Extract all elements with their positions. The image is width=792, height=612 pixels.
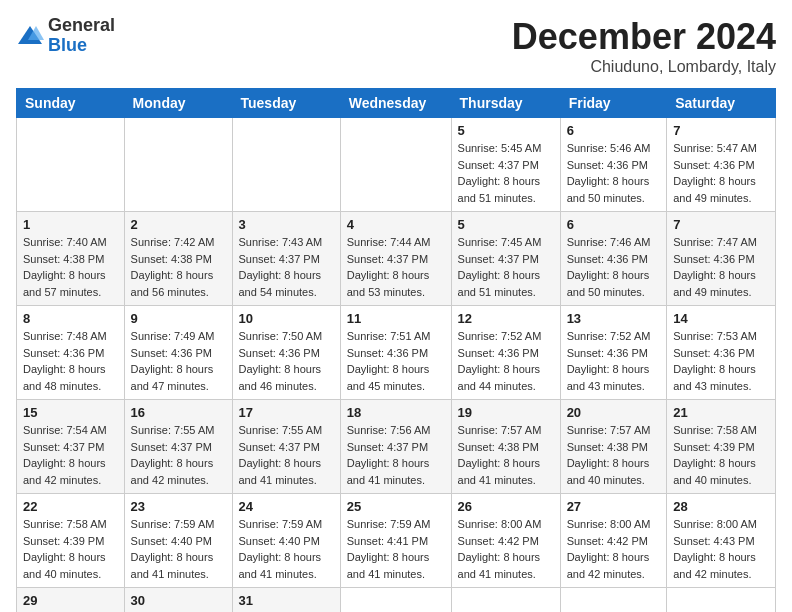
calendar-table: SundayMondayTuesdayWednesdayThursdayFrid… — [16, 88, 776, 612]
calendar-cell: 16 Sunrise: 7:55 AM Sunset: 4:37 PM Dayl… — [124, 400, 232, 494]
day-number: 16 — [131, 405, 226, 420]
calendar-cell: 4 Sunrise: 7:44 AM Sunset: 4:37 PM Dayli… — [340, 212, 451, 306]
calendar-cell: 7 Sunrise: 7:47 AM Sunset: 4:36 PM Dayli… — [667, 212, 776, 306]
day-info: Sunrise: 7:49 AM Sunset: 4:36 PM Dayligh… — [131, 328, 226, 394]
calendar-week-4: 15 Sunrise: 7:54 AM Sunset: 4:37 PM Dayl… — [17, 400, 776, 494]
day-number: 6 — [567, 123, 661, 138]
calendar-week-6: 29 Sunrise: 8:00 AM Sunset: 4:44 PM Dayl… — [17, 588, 776, 613]
day-number: 25 — [347, 499, 445, 514]
calendar-cell — [17, 118, 125, 212]
day-number: 31 — [239, 593, 334, 608]
day-number: 7 — [673, 217, 769, 232]
calendar-cell: 30 Sunrise: 8:01 AM Sunset: 4:45 PM Dayl… — [124, 588, 232, 613]
day-number: 8 — [23, 311, 118, 326]
calendar-cell — [667, 588, 776, 613]
day-info: Sunrise: 7:47 AM Sunset: 4:36 PM Dayligh… — [673, 234, 769, 300]
day-info: Sunrise: 7:48 AM Sunset: 4:36 PM Dayligh… — [23, 328, 118, 394]
day-info: Sunrise: 7:43 AM Sunset: 4:37 PM Dayligh… — [239, 234, 334, 300]
day-number: 10 — [239, 311, 334, 326]
calendar-cell: 12 Sunrise: 7:52 AM Sunset: 4:36 PM Dayl… — [451, 306, 560, 400]
day-number: 3 — [239, 217, 334, 232]
calendar-cell: 22 Sunrise: 7:58 AM Sunset: 4:39 PM Dayl… — [17, 494, 125, 588]
day-info: Sunrise: 7:50 AM Sunset: 4:36 PM Dayligh… — [239, 328, 334, 394]
calendar-week-1: 5 Sunrise: 5:45 AM Sunset: 4:37 PM Dayli… — [17, 118, 776, 212]
day-info: Sunrise: 7:54 AM Sunset: 4:37 PM Dayligh… — [23, 422, 118, 488]
calendar-cell — [340, 118, 451, 212]
calendar-cell: 20 Sunrise: 7:57 AM Sunset: 4:38 PM Dayl… — [560, 400, 667, 494]
day-info: Sunrise: 5:46 AM Sunset: 4:36 PM Dayligh… — [567, 140, 661, 206]
day-info: Sunrise: 7:58 AM Sunset: 4:39 PM Dayligh… — [23, 516, 118, 582]
calendar-cell: 28 Sunrise: 8:00 AM Sunset: 4:43 PM Dayl… — [667, 494, 776, 588]
day-number: 5 — [458, 123, 554, 138]
day-info: Sunrise: 7:44 AM Sunset: 4:37 PM Dayligh… — [347, 234, 445, 300]
calendar-cell — [451, 588, 560, 613]
month-title: December 2024 — [512, 16, 776, 58]
day-info: Sunrise: 7:51 AM Sunset: 4:36 PM Dayligh… — [347, 328, 445, 394]
logo: General Blue — [16, 16, 115, 56]
day-info: Sunrise: 7:59 AM Sunset: 4:40 PM Dayligh… — [239, 516, 334, 582]
title-block: December 2024 Chiuduno, Lombardy, Italy — [512, 16, 776, 76]
page-header: General Blue December 2024 Chiuduno, Lom… — [16, 16, 776, 76]
day-number: 11 — [347, 311, 445, 326]
calendar-cell: 5 Sunrise: 7:45 AM Sunset: 4:37 PM Dayli… — [451, 212, 560, 306]
day-header-saturday: Saturday — [667, 89, 776, 118]
day-number: 22 — [23, 499, 118, 514]
day-number: 27 — [567, 499, 661, 514]
day-number: 19 — [458, 405, 554, 420]
calendar-cell: 3 Sunrise: 7:43 AM Sunset: 4:37 PM Dayli… — [232, 212, 340, 306]
calendar-cell — [124, 118, 232, 212]
day-info: Sunrise: 7:57 AM Sunset: 4:38 PM Dayligh… — [567, 422, 661, 488]
calendar-header-row: SundayMondayTuesdayWednesdayThursdayFrid… — [17, 89, 776, 118]
calendar-cell: 27 Sunrise: 8:00 AM Sunset: 4:42 PM Dayl… — [560, 494, 667, 588]
day-number: 5 — [458, 217, 554, 232]
day-info: Sunrise: 7:55 AM Sunset: 4:37 PM Dayligh… — [239, 422, 334, 488]
day-number: 2 — [131, 217, 226, 232]
calendar-cell: 7 Sunrise: 5:47 AM Sunset: 4:36 PM Dayli… — [667, 118, 776, 212]
day-info: Sunrise: 7:40 AM Sunset: 4:38 PM Dayligh… — [23, 234, 118, 300]
day-info: Sunrise: 7:52 AM Sunset: 4:36 PM Dayligh… — [567, 328, 661, 394]
day-number: 15 — [23, 405, 118, 420]
day-info: Sunrise: 8:00 AM Sunset: 4:42 PM Dayligh… — [458, 516, 554, 582]
day-number: 29 — [23, 593, 118, 608]
calendar-cell: 23 Sunrise: 7:59 AM Sunset: 4:40 PM Dayl… — [124, 494, 232, 588]
day-number: 21 — [673, 405, 769, 420]
day-number: 4 — [347, 217, 445, 232]
calendar-cell: 24 Sunrise: 7:59 AM Sunset: 4:40 PM Dayl… — [232, 494, 340, 588]
calendar-cell — [560, 588, 667, 613]
day-info: Sunrise: 7:45 AM Sunset: 4:37 PM Dayligh… — [458, 234, 554, 300]
logo-blue-text: Blue — [48, 36, 115, 56]
calendar-cell — [232, 118, 340, 212]
calendar-cell: 5 Sunrise: 5:45 AM Sunset: 4:37 PM Dayli… — [451, 118, 560, 212]
day-number: 6 — [567, 217, 661, 232]
day-header-monday: Monday — [124, 89, 232, 118]
day-header-sunday: Sunday — [17, 89, 125, 118]
day-number: 12 — [458, 311, 554, 326]
day-info: Sunrise: 7:59 AM Sunset: 4:40 PM Dayligh… — [131, 516, 226, 582]
location: Chiuduno, Lombardy, Italy — [512, 58, 776, 76]
calendar-cell: 14 Sunrise: 7:53 AM Sunset: 4:36 PM Dayl… — [667, 306, 776, 400]
calendar-cell: 11 Sunrise: 7:51 AM Sunset: 4:36 PM Dayl… — [340, 306, 451, 400]
logo-general-text: General — [48, 16, 115, 36]
calendar-cell: 31 Sunrise: 8:01 AM Sunset: 4:45 PM Dayl… — [232, 588, 340, 613]
calendar-cell: 15 Sunrise: 7:54 AM Sunset: 4:37 PM Dayl… — [17, 400, 125, 494]
day-info: Sunrise: 7:42 AM Sunset: 4:38 PM Dayligh… — [131, 234, 226, 300]
calendar-week-5: 22 Sunrise: 7:58 AM Sunset: 4:39 PM Dayl… — [17, 494, 776, 588]
day-header-thursday: Thursday — [451, 89, 560, 118]
day-number: 17 — [239, 405, 334, 420]
calendar-cell: 8 Sunrise: 7:48 AM Sunset: 4:36 PM Dayli… — [17, 306, 125, 400]
day-info: Sunrise: 7:59 AM Sunset: 4:41 PM Dayligh… — [347, 516, 445, 582]
day-info: Sunrise: 5:45 AM Sunset: 4:37 PM Dayligh… — [458, 140, 554, 206]
day-number: 30 — [131, 593, 226, 608]
day-number: 18 — [347, 405, 445, 420]
day-info: Sunrise: 7:57 AM Sunset: 4:38 PM Dayligh… — [458, 422, 554, 488]
calendar-cell: 13 Sunrise: 7:52 AM Sunset: 4:36 PM Dayl… — [560, 306, 667, 400]
calendar-cell: 2 Sunrise: 7:42 AM Sunset: 4:38 PM Dayli… — [124, 212, 232, 306]
day-number: 28 — [673, 499, 769, 514]
calendar-cell: 19 Sunrise: 7:57 AM Sunset: 4:38 PM Dayl… — [451, 400, 560, 494]
calendar-cell: 26 Sunrise: 8:00 AM Sunset: 4:42 PM Dayl… — [451, 494, 560, 588]
day-info: Sunrise: 7:46 AM Sunset: 4:36 PM Dayligh… — [567, 234, 661, 300]
calendar-week-3: 8 Sunrise: 7:48 AM Sunset: 4:36 PM Dayli… — [17, 306, 776, 400]
calendar-cell: 10 Sunrise: 7:50 AM Sunset: 4:36 PM Dayl… — [232, 306, 340, 400]
calendar-cell: 18 Sunrise: 7:56 AM Sunset: 4:37 PM Dayl… — [340, 400, 451, 494]
day-number: 7 — [673, 123, 769, 138]
